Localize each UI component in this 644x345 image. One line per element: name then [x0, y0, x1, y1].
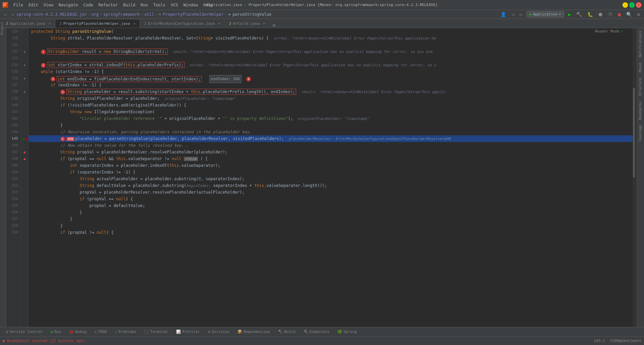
- line-num-159: 159: [6, 229, 21, 236]
- menu-file[interactable]: File: [11, 1, 26, 9]
- bottom-tab-version-control[interactable]: ⊡ Version Control: [3, 328, 46, 335]
- code-line-146: // Now obtain the value for the fully re…: [29, 142, 633, 149]
- bottom-tab-services[interactable]: ⚙ Services: [205, 328, 233, 335]
- run-config-selector[interactable]: ▶ Application ▾: [527, 11, 564, 17]
- tab-close-3[interactable]: ×: [263, 22, 265, 25]
- bottom-tab-endpoints[interactable]: 🔌 Endpoints: [300, 328, 333, 335]
- menu-window[interactable]: Window: [181, 1, 201, 9]
- menu-tools[interactable]: Tools: [151, 1, 168, 9]
- gutter-131: [21, 42, 28, 48]
- project-icon[interactable]: Project: [0, 29, 6, 35]
- gutter-157: [21, 216, 28, 222]
- breadcrumb-jar[interactable]: spring-core-4.2.3.RELEASE.jar: [16, 12, 87, 17]
- menu-code[interactable]: Code: [81, 1, 96, 9]
- profile-button[interactable]: ⏱: [606, 12, 614, 17]
- right-panel-coverage[interactable]: Coverage: [637, 122, 644, 144]
- code-line-140: if (!visitedPlaceholders.add(originalPla…: [29, 102, 633, 109]
- breadcrumb-springframework[interactable]: springframework: [103, 12, 140, 17]
- settings-button[interactable]: ⚙: [636, 12, 641, 17]
- menu-navigate[interactable]: Navigate: [56, 1, 81, 9]
- bottom-tab-build[interactable]: 🔨 Build: [275, 328, 299, 335]
- main-area: Project Reader Mode ✓ 129 130 131 132 13…: [0, 28, 644, 327]
- tab-error-mvc[interactable]: J ErrorMvcAutoConfiguration.java ×: [140, 19, 225, 28]
- nav-back[interactable]: ←: [3, 12, 8, 17]
- bottom-tab-profiler[interactable]: 📊 Profiler: [173, 328, 203, 335]
- code-line-147: String propVal = placeholderResolver.res…: [29, 149, 633, 155]
- gutter-136: ◈: [21, 75, 28, 82]
- line-num-157: 157: [6, 216, 21, 222]
- search-button[interactable]: 🔍: [625, 12, 633, 17]
- tab-close-0[interactable]: ×: [49, 22, 51, 25]
- breadcrumb-class[interactable]: PropertyPlaceholderHelper: [163, 12, 224, 17]
- reader-mode-toggle[interactable]: ✓: [621, 29, 623, 33]
- breadcrumb-method[interactable]: parseStringValue: [232, 12, 271, 17]
- bottom-tab-problems[interactable]: ⚠ Problems: [112, 328, 140, 335]
- run-button[interactable]: ▶: [567, 12, 572, 17]
- debug-label: Debug: [75, 330, 86, 334]
- line-num-143: 143: [6, 122, 21, 129]
- close-button[interactable]: ×: [636, 2, 641, 8]
- bottom-tab-terminal[interactable]: ⬛ Terminal: [141, 328, 171, 335]
- nav-back-btn[interactable]: ◁: [510, 12, 516, 17]
- bottom-tab-run[interactable]: ▶ Run: [48, 328, 65, 335]
- bottom-tab-spring[interactable]: 🌿 Spring: [334, 328, 360, 335]
- tab-label-1: PropertyPlaceholderHelper.java: [63, 21, 130, 26]
- build-icon: 🔨: [278, 330, 283, 334]
- code-area: 129 130 131 132 133 134 135 136 137 138 …: [6, 28, 637, 327]
- nav-forward-btn[interactable]: ▷: [519, 12, 524, 17]
- run-label: Run: [55, 330, 61, 334]
- app-logo: ✦: [3, 2, 8, 8]
- menu-build[interactable]: Build: [120, 1, 138, 9]
- breadcrumb-util[interactable]: util: [145, 12, 154, 17]
- nav-user-icon[interactable]: 👤: [499, 12, 507, 17]
- bottom-tab-todo[interactable]: ☑ TODO: [91, 328, 110, 335]
- menu-vcs[interactable]: VCS: [168, 1, 181, 9]
- bottom-tab-debug[interactable]: 🐞 Debug: [66, 328, 90, 335]
- menu-run[interactable]: Run: [138, 1, 151, 9]
- tab-label-0: Application.java: [10, 21, 45, 26]
- reader-mode[interactable]: Reader Mode ✓: [595, 29, 623, 33]
- breadcrumb-sep-5: ›: [225, 12, 227, 16]
- gutter-159: [21, 229, 28, 236]
- tab-close-1[interactable]: ×: [133, 22, 136, 25]
- status-right: 145:1 CSDN@Sentiment: [594, 339, 641, 343]
- gutter-158: [21, 222, 28, 229]
- tab-close-2[interactable]: ×: [218, 22, 220, 25]
- nav-forward[interactable]: →: [9, 12, 15, 17]
- tab-label-2: ErrorMvcAutoConfiguration.java: [148, 21, 215, 26]
- tab-property-placeholder[interactable]: J PropertyPlaceholderHelper.java ×: [55, 19, 140, 28]
- build-button[interactable]: 🔨: [575, 12, 583, 17]
- menu-edit[interactable]: Edit: [26, 1, 41, 9]
- endpoints-icon: 🔌: [304, 330, 308, 334]
- right-panel-maven[interactable]: Maven: [637, 60, 644, 75]
- editor-container[interactable]: Reader Mode ✓ 129 130 131 132 133 134 13…: [6, 28, 637, 327]
- right-panel-bookmarks[interactable]: Bookmarks: [637, 99, 644, 122]
- breadcrumb-org[interactable]: org: [91, 12, 99, 17]
- right-panel-structure[interactable]: Structure: [637, 75, 644, 98]
- right-panel-notifications[interactable]: Notifications: [637, 28, 644, 60]
- minimize-button[interactable]: –: [623, 2, 628, 8]
- debug-button[interactable]: 🐛: [586, 12, 594, 17]
- coverage-button[interactable]: ⬟: [597, 12, 604, 17]
- tab-article[interactable]: J Article.java ×: [225, 19, 270, 28]
- menu-refactor[interactable]: Refactor: [96, 1, 120, 9]
- spring-icon: 🌿: [337, 330, 342, 334]
- right-tool-panel: Notifications Maven Structure Bookmarks …: [637, 28, 644, 327]
- scroll-indicator[interactable]: [633, 28, 636, 327]
- code-lines[interactable]: protected String parseStringValue( Strin…: [29, 28, 633, 327]
- line-num-134: 134: [6, 62, 21, 68]
- stop-button[interactable]: ■: [616, 12, 622, 17]
- bottom-tab-dependencies[interactable]: 📦 Dependencies: [234, 328, 273, 335]
- line-num-139: 139: [6, 95, 21, 102]
- line-num-155: 155: [6, 202, 21, 209]
- dependencies-label: Dependencies: [244, 330, 270, 334]
- code-line-149: int separatorIndex = placeholder.indexOf…: [29, 162, 633, 169]
- line-num-130: 130: [6, 35, 21, 42]
- menu-view[interactable]: View: [41, 1, 56, 9]
- tabs-overflow-button[interactable]: ≫: [269, 23, 279, 28]
- gutter-155: [21, 202, 28, 209]
- tab-application[interactable]: J Application.java ×: [1, 19, 55, 28]
- services-icon: ⚙: [208, 330, 210, 334]
- maximize-button[interactable]: □: [629, 2, 635, 8]
- line-num-148: 148: [6, 155, 21, 162]
